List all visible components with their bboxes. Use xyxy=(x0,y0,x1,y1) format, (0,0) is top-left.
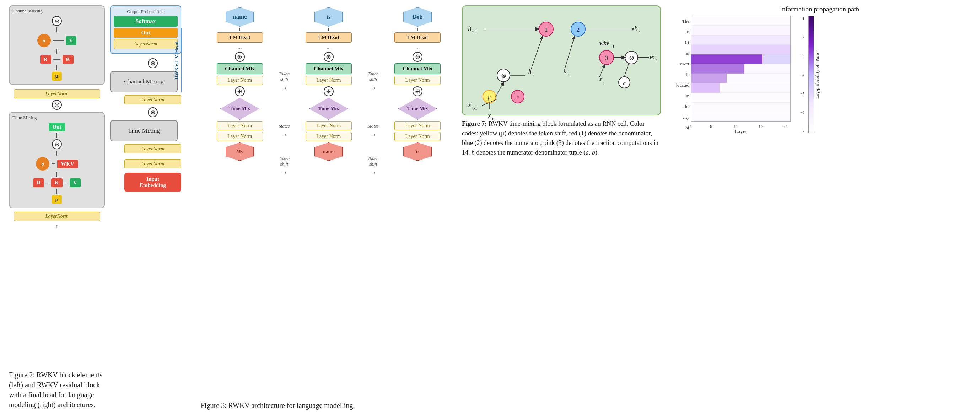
dots-2: ... xyxy=(326,44,331,51)
layernorm-lm: LayerNorm xyxy=(114,39,178,49)
svg-line-44 xyxy=(530,36,542,72)
lm-head-1: LM Head xyxy=(217,32,263,43)
layernorm-r4: LayerNorm xyxy=(124,159,181,169)
token-col-is: Bob LM Head ... ⊕ Channel Mix Layer Norm… xyxy=(385,7,450,161)
svg-text:t: t xyxy=(613,43,614,49)
layer-norm-cm-2: Layer Norm xyxy=(305,76,352,85)
token-shift-label-1: Tokenshift xyxy=(279,71,290,83)
svg-line-45 xyxy=(564,36,574,72)
svg-text:t-1: t-1 xyxy=(472,29,477,35)
dots-3: ... xyxy=(415,44,420,51)
plus-2b: ⊕ xyxy=(324,86,334,96)
h-prev-label: h xyxy=(468,24,471,32)
svg-text:16: 16 xyxy=(759,124,764,129)
channel-mixing-main: Channel Mixing xyxy=(110,71,178,92)
plus-3b: ⊕ xyxy=(412,86,423,96)
input-hex-2: name xyxy=(315,143,343,161)
svg-text:3: 3 xyxy=(605,55,608,61)
layernorm-r3: LayerNorm xyxy=(124,144,181,154)
plus-1a: ⊕ xyxy=(235,52,245,62)
svg-text:t: t xyxy=(655,57,657,62)
svg-text:x: x xyxy=(468,101,471,109)
svg-rect-48 xyxy=(691,25,791,35)
mu-node-channel: μ xyxy=(52,72,62,81)
plus-3a: ⊕ xyxy=(412,52,423,62)
svg-text:x: x xyxy=(487,111,491,119)
input-hex-1: My xyxy=(226,143,254,161)
svg-rect-52 xyxy=(691,54,762,64)
output-hex-2: is xyxy=(315,7,343,27)
wkv-node: WKV xyxy=(57,159,78,169)
rwkv-lm-head-label: RWKV-LM Head xyxy=(174,29,182,92)
svg-text:x: x xyxy=(651,53,654,61)
times-icon-time: ⊗ xyxy=(52,139,62,149)
svg-rect-55 xyxy=(691,64,745,73)
y-label-6: located xyxy=(676,83,689,88)
svg-text:21: 21 xyxy=(783,124,788,129)
heatmap-svg: 1 6 11 16 21 Layer xyxy=(691,16,801,133)
rnn-svg: h t-1 1 2 h t xyxy=(468,11,656,111)
channel-mix-3: Channel Mix xyxy=(395,63,441,74)
time-mix-2: Time Mix xyxy=(309,98,348,120)
token-col-my: name LM Head ... ⊕ Channel Mix Layer Nor… xyxy=(208,7,272,161)
y-label-4: Tower xyxy=(678,61,689,67)
cb-label-2: −3 xyxy=(800,54,805,58)
output-probs-label: Output Probabilities xyxy=(114,9,178,14)
layer-norm-tm-2: Layer Norm xyxy=(305,121,352,130)
y-label-8: the xyxy=(684,104,689,110)
layer-norm-2-1: Layer Norm xyxy=(217,132,263,141)
r-node-time: R xyxy=(33,178,44,187)
cb-label-4: −5 xyxy=(800,91,805,95)
layer-norm-2-2: Layer Norm xyxy=(305,132,352,141)
k-node-channel: K xyxy=(62,55,74,64)
fig3-caption: Figure 3: RWKV architecture for language… xyxy=(201,402,457,410)
plus-circle-1: ⊕ xyxy=(52,100,62,110)
input-embedding: InputEmbedding xyxy=(124,173,181,192)
output-hex-3: Bob xyxy=(403,7,432,27)
token-shift-label-4: Tokenshift xyxy=(368,156,379,167)
v-node-time: V xyxy=(70,178,81,187)
svg-rect-61 xyxy=(691,102,791,112)
svg-text:⊗: ⊗ xyxy=(629,54,634,62)
colorbar-title-wrap: Log-probability of "Paris" xyxy=(816,16,819,133)
arrows-1-2: Tokenshift → States → Tokenshift → xyxy=(278,71,290,176)
out-node-lm: Out xyxy=(114,28,178,38)
layer-norm-2-3: Layer Norm xyxy=(395,132,441,141)
token-col-name: is LM Head ... ⊕ Channel Mix Layer Norm … xyxy=(297,7,361,161)
svg-text:wkv: wkv xyxy=(600,40,609,46)
fig7-container: h t-1 1 2 h t xyxy=(462,5,661,157)
cb-label-1: −2 xyxy=(800,35,805,39)
svg-text:t: t xyxy=(533,72,534,77)
cb-label-3: −4 xyxy=(800,73,805,77)
svg-rect-57 xyxy=(691,73,727,83)
mu-node-time: μ xyxy=(52,195,62,204)
svg-text:1: 1 xyxy=(690,124,692,129)
channel-mix-1: Channel Mix xyxy=(217,63,263,74)
fig7-caption: Figure 7: RWKV time-mixing block formula… xyxy=(462,119,661,157)
time-mix-1: Time Mix xyxy=(220,98,259,120)
lm-head-2: LM Head xyxy=(305,32,352,43)
y-label-7: in xyxy=(686,93,689,99)
rnn-cell-diagram: h t-1 1 2 h t xyxy=(462,5,661,116)
plus-2a: ⊕ xyxy=(324,52,334,62)
v-node-channel: V xyxy=(66,36,77,45)
sigma-node-channel: σ xyxy=(37,34,51,47)
heatmap-container: Information propagation path The E iff e… xyxy=(668,5,971,157)
channel-mix-2: Channel Mix xyxy=(305,63,352,74)
heatmap-y-labels: The E iff el Tower is located in the cit… xyxy=(668,16,691,133)
layer-norm-tm-1: Layer Norm xyxy=(217,121,263,130)
colorbar-gradient xyxy=(808,16,814,133)
plus-1b: ⊕ xyxy=(235,86,245,96)
fig2-caption: Figure 2: RWKV block elements (left) and… xyxy=(9,370,105,410)
svg-rect-47 xyxy=(691,16,791,25)
svg-text:t: t xyxy=(492,116,493,121)
arrow-down: ↑ xyxy=(9,223,105,230)
layer-norm-between: LayerNorm xyxy=(14,89,100,99)
time-mixing-block-label: Time Mixing xyxy=(13,115,37,121)
svg-line-29 xyxy=(624,64,628,77)
states-label-2: States xyxy=(368,123,379,129)
svg-text:Layer: Layer xyxy=(735,129,747,134)
svg-text:11: 11 xyxy=(734,124,738,129)
sigma-node-time: σ xyxy=(36,157,49,170)
svg-text:⊗: ⊗ xyxy=(501,72,506,79)
